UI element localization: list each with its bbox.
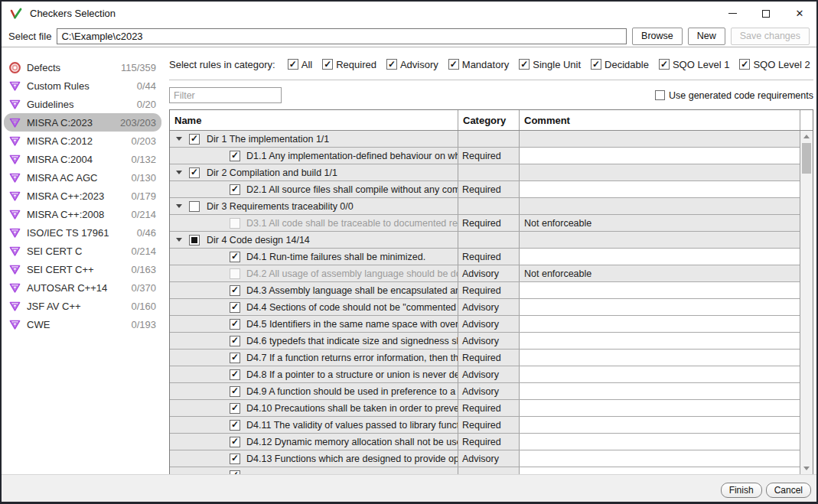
scrollbar[interactable] — [800, 131, 813, 474]
comment-cell[interactable] — [520, 400, 800, 416]
table-row[interactable]: Dir 2 Compilation and build 1/1 — [170, 164, 800, 181]
scroll-down-button[interactable] — [800, 463, 813, 474]
category-option[interactable]: Single Unit — [519, 59, 581, 70]
rule-checkbox[interactable] — [230, 353, 240, 363]
table-row[interactable] — [170, 467, 800, 474]
category-option[interactable]: SQO Level 2 — [739, 59, 810, 70]
table-row[interactable]: D4.2 All usage of assembly language shou… — [170, 265, 800, 282]
rule-checkbox[interactable] — [230, 369, 240, 380]
table-row[interactable]: D2.1 All source files shall compile with… — [170, 181, 800, 198]
column-header-name[interactable]: Name — [170, 110, 458, 130]
category-option[interactable]: SQO Level 1 — [659, 59, 729, 70]
scroll-thumb[interactable] — [802, 143, 811, 174]
comment-cell[interactable]: Not enforceable — [520, 215, 800, 231]
comment-cell[interactable] — [520, 333, 800, 349]
category-option[interactable]: Decidable — [591, 59, 649, 70]
table-row[interactable]: D4.11 The validity of values passed to l… — [170, 417, 800, 434]
comment-cell[interactable] — [520, 316, 800, 332]
table-row[interactable]: D4.1 Run-time failures shall be minimize… — [170, 249, 800, 265]
category-checkbox[interactable] — [659, 59, 670, 70]
rule-checkbox[interactable] — [230, 336, 240, 346]
file-path-input[interactable] — [57, 28, 627, 44]
browse-button[interactable]: Browse — [632, 28, 683, 45]
minimize-button[interactable] — [715, 2, 749, 25]
sidebar-item[interactable]: MISRA C++:20080/214 — [4, 205, 161, 223]
table-row[interactable]: D4.7 If a function returns error informa… — [170, 350, 800, 366]
table-row[interactable]: D3.1 All code shall be traceable to docu… — [170, 215, 800, 232]
category-checkbox[interactable] — [448, 59, 459, 70]
comment-cell[interactable] — [520, 434, 800, 450]
table-row[interactable]: Dir 4 Code design 14/14 — [170, 232, 800, 249]
category-option[interactable]: Required — [322, 59, 376, 70]
sidebar-item[interactable]: Defects115/359 — [4, 58, 161, 76]
rule-checkbox[interactable] — [230, 268, 240, 279]
expander-icon[interactable] — [176, 171, 182, 174]
table-row[interactable]: D4.5 Identifiers in the same name space … — [170, 316, 800, 333]
sidebar-item[interactable]: Guidelines0/20 — [4, 95, 161, 113]
rule-checkbox[interactable] — [230, 218, 240, 229]
comment-cell[interactable] — [520, 198, 800, 214]
group-checkbox[interactable] — [189, 167, 200, 178]
rule-checkbox[interactable] — [230, 420, 240, 431]
table-row[interactable]: D4.6 typedefs that indicate size and sig… — [170, 333, 800, 350]
comment-cell[interactable] — [520, 299, 800, 315]
table-row[interactable]: D4.10 Precautions shall be taken in orde… — [170, 400, 800, 417]
comment-cell[interactable] — [520, 383, 800, 399]
use-generated-checkbox-group[interactable]: Use generated code requirements — [655, 90, 813, 101]
table-row[interactable]: Dir 1 The implementation 1/1 — [170, 131, 800, 148]
sidebar-item[interactable]: MISRA C:20120/203 — [4, 132, 161, 150]
rule-checkbox[interactable] — [230, 319, 240, 330]
rule-checkbox[interactable] — [230, 252, 240, 262]
rule-checkbox[interactable] — [230, 470, 240, 475]
comment-cell[interactable] — [520, 350, 800, 366]
sidebar-item[interactable]: ISO/IEC TS 179610/46 — [4, 223, 161, 242]
comment-cell[interactable]: Not enforceable — [520, 265, 800, 281]
category-checkbox[interactable] — [591, 59, 601, 70]
rule-checkbox[interactable] — [230, 437, 240, 447]
sidebar-item[interactable]: MISRA C:2023203/203 — [4, 113, 161, 132]
group-checkbox[interactable] — [189, 235, 200, 245]
comment-cell[interactable] — [520, 164, 800, 180]
rule-checkbox[interactable] — [230, 285, 240, 296]
column-header-category[interactable]: Category — [458, 110, 520, 130]
use-generated-checkbox[interactable] — [655, 90, 665, 100]
table-row[interactable]: D1.1 Any implementation-defined behaviou… — [170, 148, 800, 164]
filter-input[interactable] — [169, 87, 282, 103]
rule-checkbox[interactable] — [230, 403, 240, 414]
comment-cell[interactable] — [520, 417, 800, 433]
category-option[interactable]: Mandatory — [448, 59, 509, 70]
category-checkbox[interactable] — [519, 59, 530, 70]
group-checkbox[interactable] — [189, 134, 200, 145]
comment-cell[interactable] — [520, 131, 800, 147]
category-checkbox[interactable] — [288, 59, 298, 70]
comment-cell[interactable] — [520, 282, 800, 298]
save-changes-button[interactable]: Save changes — [731, 28, 810, 45]
rule-checkbox[interactable] — [230, 454, 240, 464]
maximize-button[interactable] — [749, 2, 783, 25]
comment-cell[interactable] — [520, 181, 800, 197]
new-button[interactable]: New — [688, 28, 725, 45]
comment-cell[interactable] — [520, 366, 800, 382]
category-option[interactable]: All — [288, 59, 312, 70]
table-row[interactable]: D4.9 A function should be used in prefer… — [170, 383, 800, 400]
rule-checkbox[interactable] — [230, 302, 240, 313]
sidebar-item[interactable]: CWE0/193 — [4, 315, 161, 333]
comment-cell[interactable] — [520, 148, 800, 164]
sidebar-item[interactable]: SEI CERT C0/214 — [4, 242, 161, 260]
table-row[interactable]: D4.13 Functions which are designed to pr… — [170, 450, 800, 467]
category-checkbox[interactable] — [322, 59, 333, 70]
cancel-button[interactable]: Cancel — [766, 483, 811, 498]
finish-button[interactable]: Finish — [721, 483, 762, 498]
table-row[interactable]: D4.12 Dynamic memory allocation shall no… — [170, 434, 800, 450]
table-row[interactable]: D4.8 If a pointer to a structure or unio… — [170, 366, 800, 383]
column-header-comment[interactable]: Comment — [520, 110, 800, 130]
comment-cell[interactable] — [520, 232, 800, 248]
category-checkbox[interactable] — [386, 59, 397, 70]
sidebar-item[interactable]: MISRA C:20040/132 — [4, 150, 161, 168]
comment-cell[interactable] — [520, 249, 800, 265]
comment-cell[interactable] — [520, 450, 800, 467]
rule-checkbox[interactable] — [230, 184, 240, 195]
table-row[interactable]: Dir 3 Requirements traceability 0/0 — [170, 198, 800, 215]
comment-cell[interactable] — [520, 467, 800, 474]
scroll-up-button[interactable] — [800, 131, 813, 142]
